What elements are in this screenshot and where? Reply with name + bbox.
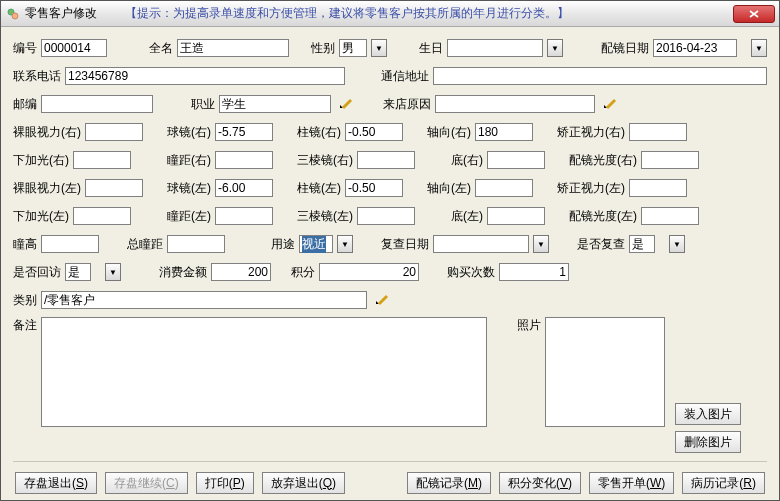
ldR-input[interactable] — [641, 151, 699, 169]
history-button[interactable]: 病历记录(R) — [682, 472, 765, 494]
fit-record-button[interactable]: 配镜记录(M) — [407, 472, 491, 494]
fitdate-dropdown[interactable]: ▼ — [751, 39, 767, 57]
svg-point-1 — [12, 13, 18, 19]
load-photo-button[interactable]: 装入图片 — [675, 403, 741, 425]
ldL-input[interactable] — [641, 207, 699, 225]
nvL-input[interactable] — [85, 179, 143, 197]
label-isrecheck: 是否复查 — [577, 236, 625, 253]
label-prismL: 三棱镜(左) — [297, 208, 353, 225]
label-amount: 消费金额 — [159, 264, 207, 281]
label-axisL: 轴向(左) — [427, 180, 471, 197]
use-input[interactable]: 视近 — [299, 235, 333, 253]
sex-input[interactable] — [339, 39, 367, 57]
photo-box — [545, 317, 665, 427]
sale-order-button[interactable]: 零售开单(W) — [589, 472, 674, 494]
label-addL: 下加光(左) — [13, 208, 69, 225]
isrecheck-input[interactable] — [629, 235, 655, 253]
category-picker-icon[interactable] — [371, 292, 393, 308]
save-continue-button: 存盘继续(C) — [105, 472, 188, 494]
label-sex: 性别 — [311, 40, 335, 57]
label-nvL: 裸眼视力(左) — [13, 180, 81, 197]
phone-input[interactable] — [65, 67, 345, 85]
name-input[interactable] — [177, 39, 289, 57]
use-dropdown[interactable]: ▼ — [337, 235, 353, 253]
label-baseR: 底(右) — [451, 152, 483, 169]
category-input[interactable] — [41, 291, 367, 309]
label-ldR: 配镜光度(右) — [569, 152, 637, 169]
label-cvaL: 矫正视力(左) — [557, 180, 625, 197]
fitdate-input[interactable] — [653, 39, 737, 57]
birthday-dropdown[interactable]: ▼ — [547, 39, 563, 57]
label-phone: 联系电话 — [13, 68, 61, 85]
sphL-input[interactable] — [215, 179, 273, 197]
baseR-input[interactable] — [487, 151, 545, 169]
recheck-input[interactable] — [433, 235, 529, 253]
buytimes-input[interactable] — [499, 263, 569, 281]
notes-textarea[interactable] — [41, 317, 487, 427]
axisL-input[interactable] — [475, 179, 533, 197]
abandon-button[interactable]: 放弃退出(Q) — [262, 472, 345, 494]
window: 零售客户修改 【提示：为提高录单速度和方便管理，建议将零售客户按其所属的年月进行… — [0, 0, 780, 501]
prismL-input[interactable] — [357, 207, 415, 225]
window-title: 零售客户修改 — [25, 5, 97, 22]
addL-input[interactable] — [73, 207, 131, 225]
label-sphR: 球镜(右) — [167, 124, 211, 141]
titlebar: 零售客户修改 【提示：为提高录单速度和方便管理，建议将零售客户按其所属的年月进行… — [1, 1, 779, 27]
label-reason: 来店原因 — [383, 96, 431, 113]
label-baseL: 底(左) — [451, 208, 483, 225]
close-button[interactable] — [733, 5, 775, 23]
job-picker-icon[interactable] — [335, 96, 357, 112]
baseL-input[interactable] — [487, 207, 545, 225]
label-id: 编号 — [13, 40, 37, 57]
pdL-input[interactable] — [215, 207, 273, 225]
points-input[interactable] — [319, 263, 419, 281]
sex-dropdown[interactable]: ▼ — [371, 39, 387, 57]
label-ldL: 配镜光度(左) — [569, 208, 637, 225]
amount-input[interactable] — [211, 263, 271, 281]
label-photo: 照片 — [517, 317, 541, 453]
callback-dropdown[interactable]: ▼ — [105, 263, 121, 281]
delete-photo-button[interactable]: 删除图片 — [675, 431, 741, 453]
label-fitdate: 配镜日期 — [601, 40, 649, 57]
label-birthday: 生日 — [419, 40, 443, 57]
birthday-input[interactable] — [447, 39, 543, 57]
axisR-input[interactable] — [475, 123, 533, 141]
addr-input[interactable] — [433, 67, 767, 85]
label-name: 全名 — [149, 40, 173, 57]
label-totalpd: 总瞳距 — [127, 236, 163, 253]
point-change-button[interactable]: 积分变化(V) — [499, 472, 581, 494]
separator — [13, 461, 767, 462]
label-pdL: 瞳距(左) — [167, 208, 211, 225]
window-tip: 【提示：为提高录单速度和方便管理，建议将零售客户按其所属的年月进行分类。】 — [125, 5, 569, 22]
zip-input[interactable] — [41, 95, 153, 113]
cvaR-input[interactable] — [629, 123, 687, 141]
addR-input[interactable] — [73, 151, 131, 169]
prismR-input[interactable] — [357, 151, 415, 169]
recheck-dropdown[interactable]: ▼ — [533, 235, 549, 253]
label-sphL: 球镜(左) — [167, 180, 211, 197]
pdR-input[interactable] — [215, 151, 273, 169]
job-input[interactable] — [219, 95, 331, 113]
label-cvaR: 矫正视力(右) — [557, 124, 625, 141]
label-job: 职业 — [191, 96, 215, 113]
app-icon — [5, 6, 21, 22]
save-exit-button[interactable]: 存盘退出(S) — [15, 472, 97, 494]
cylR-input[interactable] — [345, 123, 403, 141]
id-input[interactable] — [41, 39, 107, 57]
label-zip: 邮编 — [13, 96, 37, 113]
cylL-input[interactable] — [345, 179, 403, 197]
cvaL-input[interactable] — [629, 179, 687, 197]
reason-picker-icon[interactable] — [599, 96, 621, 112]
sphR-input[interactable] — [215, 123, 273, 141]
totalpd-input[interactable] — [167, 235, 225, 253]
print-button[interactable]: 打印(P) — [196, 472, 254, 494]
callback-input[interactable] — [65, 263, 91, 281]
label-use: 用途 — [271, 236, 295, 253]
label-pdR: 瞳距(右) — [167, 152, 211, 169]
reason-input[interactable] — [435, 95, 595, 113]
label-buytimes: 购买次数 — [447, 264, 495, 281]
isrecheck-dropdown[interactable]: ▼ — [669, 235, 685, 253]
label-category: 类别 — [13, 292, 37, 309]
nvR-input[interactable] — [85, 123, 143, 141]
ph-input[interactable] — [41, 235, 99, 253]
